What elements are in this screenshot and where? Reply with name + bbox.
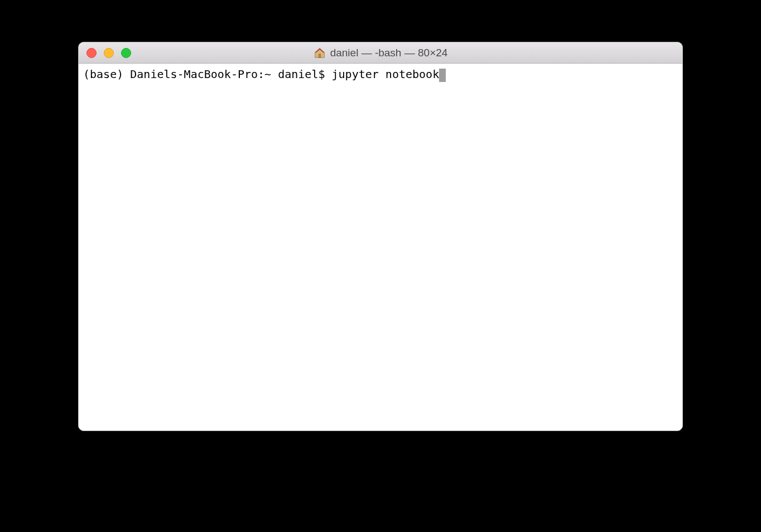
window-title: daniel — -bash — 80×24 <box>330 47 448 59</box>
terminal-line: (base) Daniels-MacBook-Pro:~ daniel$ jup… <box>83 67 446 81</box>
title-bar: daniel — -bash — 80×24 <box>79 42 682 64</box>
window-controls <box>86 48 131 58</box>
terminal-body[interactable]: (base) Daniels-MacBook-Pro:~ daniel$ jup… <box>79 64 682 431</box>
svg-rect-0 <box>319 54 321 57</box>
window-title-group: daniel — -bash — 80×24 <box>314 47 448 59</box>
cursor-block <box>439 69 446 82</box>
home-icon <box>314 47 326 59</box>
minimize-button[interactable] <box>104 48 114 58</box>
maximize-button[interactable] <box>121 48 131 58</box>
terminal-window: daniel — -bash — 80×24 (base) Daniels-Ma… <box>78 42 683 431</box>
close-button[interactable] <box>86 48 97 58</box>
terminal-command: jupyter notebook <box>332 67 440 81</box>
terminal-prompt: (base) Daniels-MacBook-Pro:~ daniel$ <box>83 67 332 81</box>
